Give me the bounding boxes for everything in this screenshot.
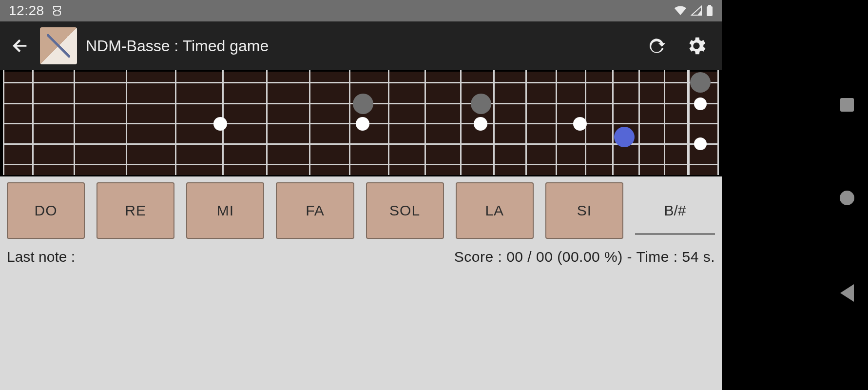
refresh-button[interactable] [645,34,668,58]
app-bar-actions [645,34,708,58]
status-right [674,5,713,17]
status-time: 12:28 [9,3,44,19]
svg-rect-0 [707,6,713,16]
answers-row: DO RE MI FA SOL LA SI B/# [0,176,722,243]
fret-marker-icon [356,117,369,131]
note-marker[interactable] [353,94,373,114]
page-title: NDM-Basse : Timed game [86,37,636,55]
svg-rect-1 [708,5,711,7]
status-left: 12:28 [9,3,63,19]
score-time-label: Score : 00 / 00 (00.00 %) - Time : 54 s. [454,249,715,390]
nav-recent-icon[interactable] [840,98,854,112]
fretboard[interactable] [3,70,719,176]
arrow-left-icon [10,36,30,56]
fret-marker-icon [694,98,707,110]
battery-icon [706,5,713,17]
fretboard-area [0,70,722,176]
fret-marker-icon [694,137,707,150]
status-app-icon [51,5,63,17]
fret-marker-icon [213,117,227,131]
app-logo-icon [40,27,77,64]
note-button-re[interactable]: RE [96,182,174,239]
signal-icon [691,5,702,16]
fret-marker-icon [573,117,587,131]
current-note-marker[interactable] [614,127,635,147]
note-button-la[interactable]: LA [456,182,534,239]
note-marker[interactable] [690,72,711,93]
note-button-si[interactable]: SI [545,182,623,239]
last-note-label: Last note : [7,249,75,390]
back-button[interactable] [9,35,31,57]
status-bar: 12:28 [0,0,722,21]
wifi-icon [674,5,687,16]
app-bar: NDM-Basse : Timed game [0,21,722,70]
note-button-do[interactable]: DO [7,182,85,239]
system-nav-bar [826,0,868,390]
gear-icon [685,35,708,57]
accidental-toggle[interactable]: B/# [635,188,715,235]
note-marker[interactable] [471,94,491,114]
nav-back-icon[interactable] [840,284,854,302]
nav-home-icon[interactable] [840,191,854,205]
settings-button[interactable] [685,34,708,58]
fret-marker-icon [474,117,487,131]
note-button-fa[interactable]: FA [276,182,354,239]
status-row: Last note : Score : 00 / 00 (00.00 %) - … [0,243,722,390]
app-screen: 12:28 NDM-Basse : Timed [0,0,722,390]
refresh-icon [646,35,667,57]
note-button-mi[interactable]: MI [186,182,264,239]
note-button-sol[interactable]: SOL [366,182,444,239]
